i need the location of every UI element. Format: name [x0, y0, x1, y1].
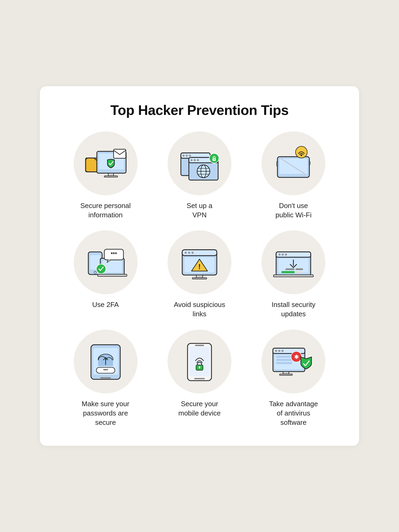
- svg-point-53: [285, 253, 287, 256]
- icon-circle-security-updates: [261, 230, 325, 294]
- tip-mobile: Secure yourmobile device: [155, 330, 244, 427]
- svg-point-9: [186, 155, 188, 157]
- tip-label-passwords: Make sure yourpasswords aresecure: [82, 399, 129, 427]
- tip-no-wifi: Don't usepublic Wi-Fi: [249, 131, 338, 220]
- main-card: Top Hacker Prevention Tips: [40, 86, 359, 446]
- tip-label-mobile: Secure yourmobile device: [178, 399, 221, 418]
- svg-rect-5: [114, 149, 126, 158]
- icon-circle-secure-personal: [74, 131, 138, 195]
- svg-point-81: [278, 350, 280, 352]
- svg-point-42: [185, 252, 187, 254]
- svg-rect-72: [190, 347, 209, 376]
- svg-rect-57: [285, 268, 294, 270]
- svg-text:***: ***: [103, 368, 108, 372]
- tip-antivirus: ✱ Take advantageof antivirussoftware: [249, 330, 338, 427]
- svg-point-30: [301, 155, 302, 156]
- svg-rect-58: [296, 268, 303, 270]
- svg-point-82: [281, 350, 284, 352]
- tip-label-2fa: Use 2FA: [92, 300, 119, 309]
- tip-passwords: *** Make sure yourpasswords aresecure: [61, 330, 150, 427]
- svg-text:***: ***: [111, 251, 117, 257]
- svg-point-51: [279, 253, 281, 256]
- svg-text:✱: ✱: [294, 354, 298, 360]
- icon-circle-suspicious: !: [168, 230, 231, 294]
- svg-point-39: [96, 264, 106, 274]
- svg-point-8: [182, 155, 185, 157]
- tip-2fa: *** Use 2FA: [61, 230, 150, 319]
- icon-circle-mobile: [168, 330, 231, 393]
- svg-rect-36: [98, 274, 127, 276]
- page-title: Top Hacker Prevention Tips: [61, 102, 338, 118]
- tip-secure-personal: Secure personalinformation: [61, 131, 150, 220]
- svg-rect-85: [280, 374, 292, 375]
- svg-rect-27: [277, 161, 278, 166]
- svg-rect-28: [309, 161, 310, 165]
- svg-point-15: [197, 159, 199, 161]
- svg-point-44: [192, 252, 194, 254]
- svg-point-29: [296, 146, 307, 158]
- tip-vpn: Set up aVPN: [155, 131, 244, 220]
- svg-point-14: [194, 159, 196, 161]
- tip-label-no-wifi: Don't usepublic Wi-Fi: [275, 201, 311, 220]
- svg-rect-47: [192, 278, 207, 279]
- icon-circle-antivirus: ✱: [261, 330, 325, 393]
- svg-rect-88: [276, 362, 292, 364]
- svg-rect-50: [276, 252, 311, 257]
- icon-circle-passwords: ***: [74, 330, 138, 393]
- svg-text:!: !: [198, 263, 201, 271]
- icon-circle-no-wifi: [261, 131, 325, 195]
- icon-circle-2fa: ***: [74, 230, 138, 294]
- svg-rect-77: [199, 367, 200, 369]
- svg-rect-55: [273, 275, 313, 277]
- tip-label-suspicious: Avoid suspiciouslinks: [174, 300, 225, 319]
- svg-point-33: [94, 271, 96, 273]
- tips-grid: Secure personalinformation: [61, 131, 338, 427]
- svg-point-23: [214, 159, 215, 160]
- tip-label-antivirus: Take advantageof antivirussoftware: [269, 399, 318, 427]
- svg-point-52: [282, 253, 284, 256]
- svg-point-13: [190, 159, 193, 161]
- svg-rect-41: [182, 250, 217, 256]
- tip-label-secure-personal: Secure personalinformation: [80, 201, 131, 220]
- tip-label-vpn: Set up aVPN: [187, 201, 213, 220]
- svg-point-80: [275, 350, 277, 352]
- svg-rect-4: [104, 176, 118, 177]
- svg-rect-74: [194, 378, 205, 379]
- tip-suspicious: ! Avoid suspiciouslinks: [155, 230, 244, 319]
- svg-point-43: [188, 252, 190, 254]
- tip-security-updates: Install securityupdates: [249, 230, 338, 319]
- svg-point-10: [189, 155, 191, 157]
- tip-label-security-updates: Install securityupdates: [272, 300, 315, 319]
- svg-rect-63: [100, 377, 111, 379]
- svg-rect-60: [281, 271, 295, 273]
- svg-rect-73: [195, 345, 204, 346]
- icon-circle-vpn: [168, 131, 231, 195]
